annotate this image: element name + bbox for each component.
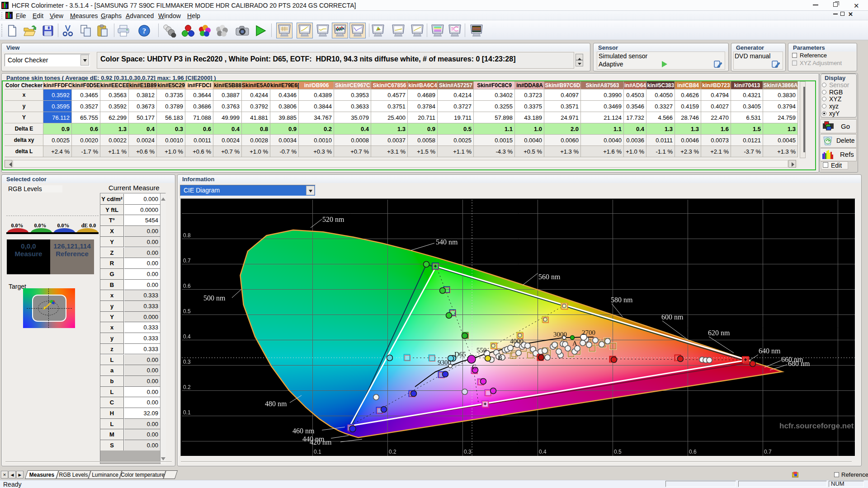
svg-text:?: ?: [142, 27, 146, 35]
